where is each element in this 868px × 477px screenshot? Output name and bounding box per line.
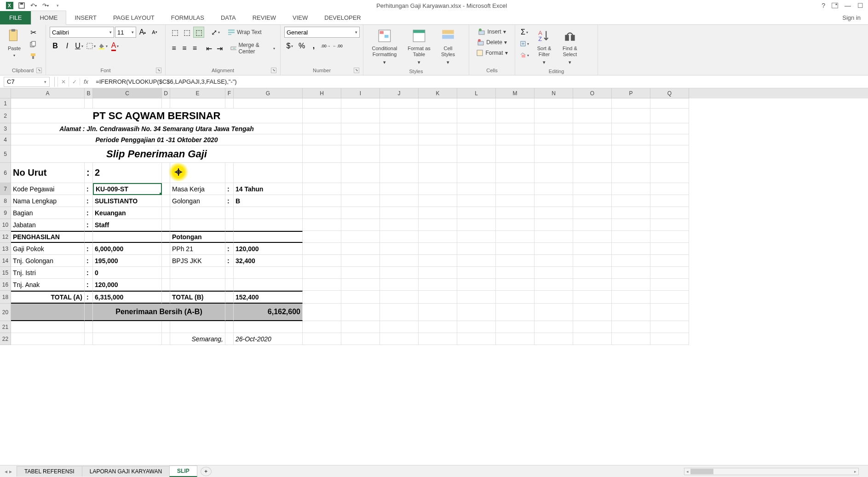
col-header-N[interactable]: N	[535, 88, 573, 98]
cell-G7[interactable]: 14 Tahun	[234, 183, 303, 195]
cell-L8[interactable]	[457, 195, 496, 207]
tab-view[interactable]: VIEW	[284, 11, 316, 24]
cell-C1[interactable]	[93, 98, 162, 109]
col-header-E[interactable]: E	[170, 88, 225, 98]
cell-I20[interactable]	[341, 304, 380, 321]
cell-M6[interactable]	[496, 163, 535, 183]
cell-O4[interactable]	[573, 134, 612, 145]
cell-C12[interactable]	[93, 231, 162, 243]
cell-L21[interactable]	[457, 321, 496, 333]
cell-O14[interactable]	[573, 255, 612, 267]
cell-G10[interactable]	[234, 219, 303, 231]
cell-B1[interactable]	[85, 98, 93, 109]
cell-O8[interactable]	[573, 195, 612, 207]
tab-data[interactable]: DATA	[213, 11, 244, 24]
cell-M15[interactable]	[496, 267, 535, 279]
cell-N5[interactable]	[535, 145, 573, 163]
cell-D10[interactable]	[162, 219, 170, 231]
cell-A6[interactable]: No Urut	[11, 163, 85, 183]
cell-Q18[interactable]	[650, 291, 689, 304]
redo-icon[interactable]: ↷▾	[41, 1, 50, 10]
cell-L3[interactable]	[457, 123, 496, 134]
cell-J1[interactable]	[380, 98, 419, 109]
cell-B21[interactable]	[85, 321, 93, 333]
cell-P18[interactable]	[612, 291, 650, 304]
font-name-combo[interactable]: Calibri▾	[50, 27, 114, 38]
cell-F13[interactable]: :	[225, 243, 234, 255]
col-header-M[interactable]: M	[496, 88, 535, 98]
col-header-F[interactable]: F	[225, 88, 234, 98]
cell-O5[interactable]	[573, 145, 612, 163]
cell-J15[interactable]	[380, 267, 419, 279]
cell-J12[interactable]	[380, 231, 419, 243]
col-header-O[interactable]: O	[573, 88, 612, 98]
cell-L20[interactable]	[457, 304, 496, 321]
cell-E15[interactable]	[170, 267, 225, 279]
cell-N10[interactable]	[535, 219, 573, 231]
cell-P13[interactable]	[612, 243, 650, 255]
cell-K7[interactable]	[419, 183, 457, 195]
cell-B22[interactable]	[85, 333, 93, 345]
fx-icon[interactable]: fx	[80, 78, 92, 85]
sheet-nav-prev-icon[interactable]: ▸	[9, 468, 12, 475]
cell-C6[interactable]: 2	[93, 163, 162, 183]
cell-styles-button[interactable]: Cell Styles▾	[436, 27, 460, 67]
cell-H12[interactable]	[303, 231, 341, 243]
row-header-7[interactable]: 7	[0, 183, 11, 195]
cell-F21[interactable]	[225, 321, 234, 333]
cell-C10[interactable]: Staff	[93, 219, 162, 231]
cell-H7[interactable]	[303, 183, 341, 195]
row-header-4[interactable]: 4	[0, 134, 11, 145]
cell-I6[interactable]	[341, 163, 380, 183]
cell-M21[interactable]	[496, 321, 535, 333]
paste-button[interactable]: Paste▾	[4, 27, 25, 59]
cell-L12[interactable]	[457, 231, 496, 243]
cell-O6[interactable]	[573, 163, 612, 183]
cell-A5[interactable]: Slip Penerimaan Gaji	[11, 145, 303, 163]
row-header-12[interactable]: 12	[0, 231, 11, 243]
col-header-B[interactable]: B	[85, 88, 93, 98]
cancel-formula-icon[interactable]: ✕	[57, 77, 69, 87]
cell-A20[interactable]	[11, 304, 85, 321]
sheet-tab-2[interactable]: LAPORAN GAJI KARYAWAN	[82, 466, 170, 477]
cell-Q4[interactable]	[650, 134, 689, 145]
cell-M7[interactable]	[496, 183, 535, 195]
cell-I18[interactable]	[341, 291, 380, 304]
cell-J16[interactable]	[380, 279, 419, 291]
cell-E7[interactable]: Masa Kerja	[170, 183, 225, 195]
qat-customize-icon[interactable]: ▾	[53, 1, 62, 10]
cell-I1[interactable]	[341, 98, 380, 109]
cell-H8[interactable]	[303, 195, 341, 207]
font-color-button[interactable]: A	[109, 40, 121, 52]
cell-N4[interactable]	[535, 134, 573, 145]
wrap-text-button[interactable]: Wrap Text	[226, 28, 263, 37]
find-select-button[interactable]: Find & Select▾	[558, 27, 581, 67]
cell-J6[interactable]	[380, 163, 419, 183]
cell-M5[interactable]	[496, 145, 535, 163]
col-header-H[interactable]: H	[303, 88, 341, 98]
align-bottom-icon[interactable]: ⬚	[193, 27, 204, 38]
cell-H5[interactable]	[303, 145, 341, 163]
accounting-format-icon[interactable]: $	[284, 40, 295, 52]
cell-J2[interactable]	[380, 109, 419, 123]
cell-I16[interactable]	[341, 279, 380, 291]
cell-N16[interactable]	[535, 279, 573, 291]
orientation-icon[interactable]: ⤢	[210, 27, 221, 38]
cell-G21[interactable]	[234, 321, 303, 333]
cell-K13[interactable]	[419, 243, 457, 255]
cell-M12[interactable]	[496, 231, 535, 243]
cell-L7[interactable]	[457, 183, 496, 195]
cut-icon[interactable]: ✂	[28, 27, 39, 38]
format-cells-button[interactable]: Format ▾	[473, 48, 511, 58]
row-header-21[interactable]: 21	[0, 321, 11, 333]
cell-E21[interactable]	[170, 321, 225, 333]
cell-Q6[interactable]	[650, 163, 689, 183]
row-header-20[interactable]: 20	[0, 304, 11, 321]
row-header-18[interactable]: 18	[0, 291, 11, 304]
cell-C14[interactable]: 195,000	[93, 255, 162, 267]
cell-F14[interactable]: :	[225, 255, 234, 267]
cell-L15[interactable]	[457, 267, 496, 279]
cell-D8[interactable]	[162, 195, 170, 207]
conditional-formatting-button[interactable]: Conditional Formatting▾	[367, 27, 402, 67]
cell-D12[interactable]	[162, 231, 170, 243]
